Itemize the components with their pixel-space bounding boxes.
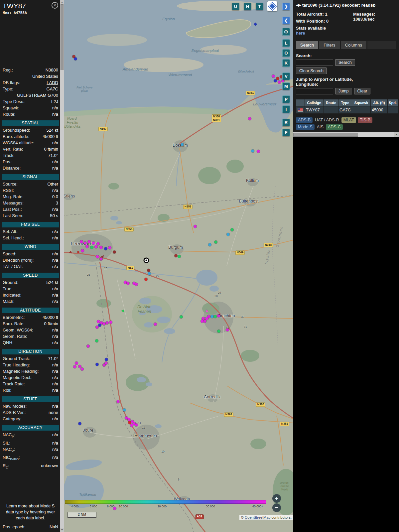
map-button-f[interactable]: F [282, 129, 290, 136]
detail-value: n/a [52, 257, 58, 263]
detail-value: n/a [52, 454, 58, 463]
scroll-right-arrow-icon[interactable]: ▶ [394, 132, 399, 137]
aircraft-photo-area [3, 15, 58, 67]
detail-row: Source:Other [3, 181, 58, 187]
tab-filters[interactable]: Filters [319, 41, 339, 49]
detail-value[interactable]: N3880 [46, 67, 58, 73]
map-button-m[interactable]: M [282, 82, 290, 90]
legend-chip-mlat[interactable]: MLAT [341, 117, 356, 123]
layers-icon [270, 4, 275, 9]
map-canvas[interactable]: FryslânEngelsmanplaatAmelanderwadWierume… [64, 0, 293, 532]
table-header-Squawk[interactable]: Squawk [352, 99, 371, 106]
map-button-t[interactable]: T [256, 3, 263, 10]
detail-label: Speed: [3, 251, 16, 257]
detail-value: GULFSTREAM G700 [17, 92, 58, 98]
table-header-Type[interactable]: Type [338, 99, 352, 106]
legend-chip-tis-b[interactable]: TIS-B [358, 117, 372, 123]
with-position-stat: With Position: 0 [296, 19, 329, 24]
stats-here-link[interactable]: here [296, 31, 305, 36]
collapse-sidebar-button[interactable]: ❮ [282, 17, 290, 24]
tar1090-link[interactable]: tar1090 [302, 3, 318, 8]
aircraft-detail-sections: SPATIALGroundspeed:524 ktBaro. altitude:… [3, 117, 58, 470]
detail-row: Vert. Rate:0 ft/min [3, 146, 58, 152]
legend-chip-mode-s[interactable]: Mode-S [296, 124, 315, 130]
scrollbar-thumb[interactable] [61, 4, 64, 70]
zoom-in-button[interactable]: + [272, 494, 281, 503]
panel-resize-arrows-icon[interactable]: ◀▶ [296, 3, 301, 7]
tab-columns[interactable]: Columns [341, 41, 366, 49]
detail-row: WGS84 altitude:n/a [3, 140, 58, 146]
messages-rate-stat: Messages: 1083.9/sec [353, 12, 396, 38]
detail-label: Sel. Alt.: [3, 228, 19, 235]
map-button-h[interactable]: H [244, 3, 251, 10]
detail-value: n/a [52, 403, 58, 409]
app-title: tar1090 (3.14.1791) decoder: readsb [302, 3, 375, 8]
tab-search[interactable]: Search [296, 41, 318, 49]
map-attribution: © OpenStreetMap contributors. [239, 515, 293, 520]
map-button-i[interactable]: I [282, 105, 290, 113]
table-header-flag[interactable] [296, 99, 305, 106]
detail-value: 524 kt [47, 279, 58, 286]
detail-value: 0.0 [52, 194, 58, 200]
map-button-r[interactable]: R [282, 119, 290, 126]
scroll-down-arrow-icon[interactable]: ▼ [60, 528, 64, 532]
callsign-cell[interactable]: TWY87 [305, 106, 324, 114]
map-button-u[interactable]: U [232, 3, 239, 10]
detail-row: Baro. altitude:45000 ft [3, 133, 58, 140]
detail-row: Ground Track:71.0° [3, 355, 58, 362]
detail-row: True:n/a [3, 286, 58, 292]
section-header-spatial: SPATIAL [2, 120, 59, 126]
jump-clear-button[interactable]: Clear [354, 88, 371, 94]
detail-row: GULFSTREAM G700 [3, 92, 58, 98]
search-input[interactable] [296, 60, 333, 66]
legend-chip-ads-c[interactable]: ADS-C [326, 124, 343, 130]
detail-value: 3 [56, 200, 58, 206]
callsign-link[interactable]: TWY87 [306, 108, 320, 112]
aircraft-table-row[interactable]: TWY87GA7C45000 [296, 106, 398, 114]
search-button[interactable]: Search [335, 59, 355, 66]
table-header-Alt. (ft)[interactable]: Alt. (ft) [371, 99, 388, 106]
detail-value[interactable]: LADD [47, 79, 58, 86]
detail-value: Other [47, 181, 58, 187]
map-button-v[interactable]: V [282, 72, 290, 80]
table-header-Spd.[interactable]: Spd. [388, 99, 398, 106]
total-aircraft-stat: Total Aircraft: 1 [296, 12, 329, 17]
jump-input[interactable] [296, 88, 333, 94]
zoom-out-button[interactable]: − [272, 503, 281, 512]
detail-value: n/a [52, 327, 58, 333]
settings-gear-button[interactable]: ⚙ [282, 28, 290, 36]
detail-row: Baro. Rate:0 ft/min [3, 321, 58, 327]
legend-chip-ads-b[interactable]: ADS-B [296, 117, 313, 123]
detail-label: Distance: [3, 165, 21, 171]
detail-label: Track Rate: [3, 381, 25, 387]
map-button-l[interactable]: L [282, 39, 290, 47]
table-header-Callsign[interactable]: Callsign [305, 99, 324, 106]
search-label: Search: [296, 53, 396, 58]
hscrollbar-thumb[interactable] [293, 133, 358, 137]
detail-row: Magnetic Heading:n/a [3, 368, 58, 374]
layer-switcher-button[interactable] [267, 1, 277, 11]
horizontal-scrollbar[interactable]: ▶ [293, 132, 399, 137]
detail-label: SIL: [3, 440, 10, 446]
detail-value: n/a [52, 263, 58, 270]
altitude-color-legend [65, 500, 266, 504]
jump-button[interactable]: Jump [335, 88, 352, 94]
type-cell: GA7C [338, 106, 352, 114]
scroll-up-arrow-icon[interactable]: ▲ [60, 0, 64, 4]
map-button-o[interactable]: O [282, 49, 290, 57]
close-icon[interactable]: × [52, 2, 58, 9]
map-button-k[interactable]: K [282, 59, 290, 67]
map-button-p[interactable]: P [282, 95, 290, 103]
map-base-graphics [64, 0, 293, 532]
expand-sidebar-button[interactable]: ❯ [282, 3, 290, 10]
clear-search-button[interactable]: Clear Search [296, 67, 327, 74]
table-header-Route[interactable]: Route [324, 99, 338, 106]
openstreetmap-link[interactable]: OpenStreetMap [245, 515, 271, 519]
detail-label: DB flags: [3, 79, 20, 86]
mode-s-help-note: Learn more about Mode S data type by hov… [3, 501, 58, 524]
readsb-link[interactable]: readsb [361, 3, 376, 8]
legend-chip-ais[interactable]: AIS [316, 124, 324, 130]
legend-chip-uat-ads-r[interactable]: UAT / ADS-R [314, 117, 339, 123]
detail-row: Last Seen:50 s [3, 212, 58, 219]
vertical-scrollbar[interactable]: ▲ ▼ [60, 0, 64, 532]
